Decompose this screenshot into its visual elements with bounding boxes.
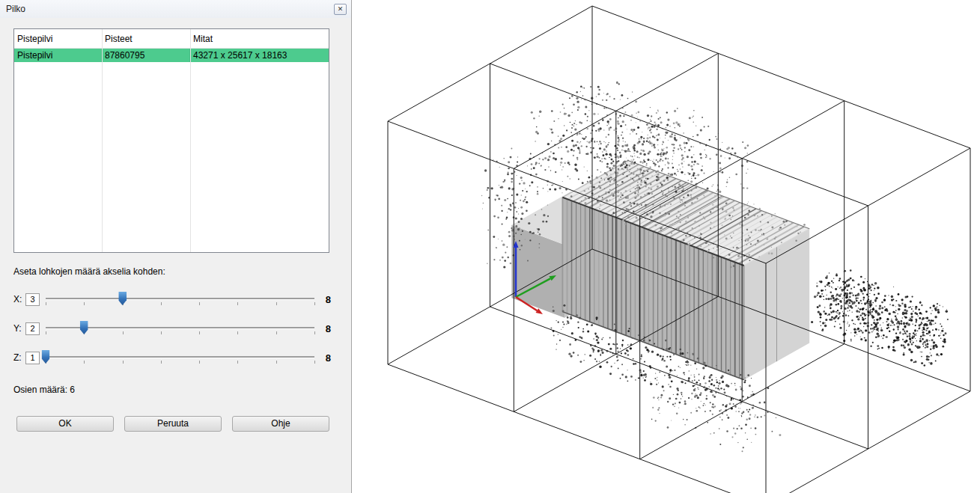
viewport-canvas[interactable]	[353, 0, 980, 493]
point-cloud	[481, 82, 949, 452]
close-button[interactable]: ✕	[334, 4, 347, 15]
ok-button[interactable]: OK	[16, 416, 114, 432]
slider-ticks	[46, 361, 314, 364]
slider-row-z: Z: 1 8	[13, 349, 331, 366]
viewport-3d[interactable]	[353, 0, 980, 493]
slider-x-label: X:	[13, 294, 25, 304]
slider-z-max: 8	[319, 352, 331, 364]
pointcloud-list: Pistepilvi Pisteet Mitat Pistepilvi 8786…	[13, 28, 329, 253]
slider-row-y: Y: 2 8	[13, 320, 331, 337]
dialog-title: Pilko	[6, 4, 25, 14]
slider-y-label: Y:	[13, 323, 25, 334]
slider-x-track[interactable]	[46, 291, 314, 307]
slider-z-track[interactable]	[46, 349, 314, 366]
parts-count: Osien määrä: 6	[13, 385, 75, 395]
slider-ticks	[46, 302, 314, 306]
col-header-mitat[interactable]: Mitat	[190, 29, 329, 48]
slider-y-track[interactable]	[46, 320, 314, 337]
slider-x-value[interactable]: 3	[25, 293, 40, 306]
slider-groove	[46, 356, 314, 358]
col-header-pistepilvi[interactable]: Pistepilvi	[14, 29, 102, 48]
cell-mitat: 43271 x 25617 x 18163	[190, 49, 329, 62]
slider-z-value[interactable]: 1	[25, 352, 40, 364]
app: Pilko ✕ Pistepilvi Pisteet Mitat Pistepi…	[0, 0, 980, 493]
dialog-titlebar: Pilko ✕	[0, 0, 351, 18]
column-separator	[190, 29, 191, 252]
slider-groove	[46, 298, 314, 299]
close-icon: ✕	[338, 5, 344, 13]
slider-row-x: X: 3 8	[13, 291, 331, 307]
table-row-selected[interactable]: Pistepilvi 87860795 43271 x 25617 x 1816…	[14, 49, 329, 62]
slider-y-max: 8	[319, 323, 331, 334]
slider-z-label: Z:	[13, 352, 25, 363]
slider-x-max: 8	[319, 294, 331, 305]
cell-pistepilvi: Pistepilvi	[14, 49, 102, 62]
cell-pisteet: 87860795	[102, 49, 190, 62]
help-button[interactable]: Ohje	[232, 416, 329, 432]
slider-y-value[interactable]: 2	[25, 322, 40, 335]
column-separator	[102, 29, 103, 252]
list-header: Pistepilvi Pisteet Mitat	[14, 29, 329, 49]
cancel-button[interactable]: Peruuta	[124, 416, 222, 432]
col-header-pisteet[interactable]: Pisteet	[102, 29, 190, 48]
pilko-dialog: Pilko ✕ Pistepilvi Pisteet Mitat Pistepi…	[0, 0, 352, 493]
sliders-caption: Aseta lohkojen määrä akselia kohden:	[13, 266, 165, 277]
